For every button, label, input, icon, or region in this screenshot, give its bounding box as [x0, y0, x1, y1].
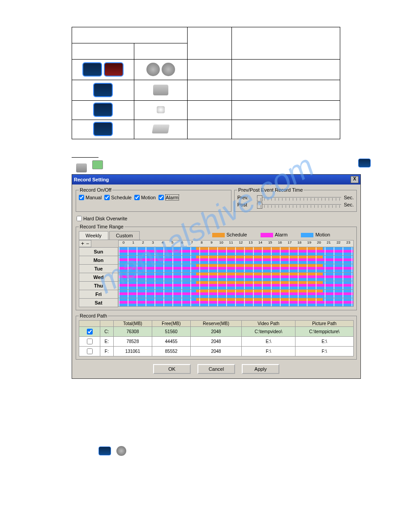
record-on-off-group: Record On/Off ManualScheduleMotionAlarm — [76, 187, 231, 212]
schedule-row-sat[interactable] — [118, 298, 354, 307]
record-motion-input[interactable] — [134, 195, 140, 200]
sec-label-2: Sec. — [344, 202, 354, 207]
sec-label-1: Sec. — [344, 195, 354, 200]
record-on-off-legend: Record On/Off — [79, 187, 112, 193]
schedule-row-fri[interactable] — [118, 290, 354, 298]
apply-button[interactable]: Apply — [242, 364, 279, 374]
post-slider[interactable] — [257, 202, 341, 208]
path-checkbox[interactable] — [87, 329, 93, 335]
record-manual-checkbox[interactable]: Manual — [79, 195, 102, 200]
range-legend: Record Time Range — [79, 224, 124, 229]
schedule-row-sun[interactable] — [118, 247, 354, 256]
snapshot-blue-icon — [93, 83, 113, 97]
picture-small-icon — [92, 160, 103, 169]
day-header-fri: Fri — [79, 290, 118, 299]
day-header-sat: Sat — [79, 299, 118, 307]
record-setting-window: Record Setting X Record On/Off ManualSch… — [72, 174, 361, 379]
schedule-row-tue[interactable] — [118, 264, 354, 273]
legend-swatch-alarm-icon — [261, 233, 273, 237]
record-path-legend: Record Path — [79, 313, 108, 318]
status-blue-icon — [93, 122, 113, 136]
ok-button[interactable]: OK — [153, 364, 191, 374]
hdd-overwrite-label: Hard Disk Overwrite — [83, 216, 127, 221]
window-title: Record Setting — [74, 177, 109, 182]
record-motion-checkbox[interactable]: Motion — [134, 195, 156, 200]
legend-alarm: Alarm — [261, 232, 288, 237]
hdd-overwrite-checkbox[interactable]: Hard Disk Overwrite — [77, 216, 127, 221]
schedule-row-wed[interactable] — [118, 273, 354, 281]
schedule-row-thu[interactable] — [118, 281, 354, 290]
tab-weekly[interactable]: Weekly — [79, 231, 108, 240]
record-path-table: Total(MB)Free(MB)Reserve(MB)Video PathPi… — [79, 320, 354, 356]
settings-small-icon — [358, 159, 371, 167]
record-schedule-checkbox[interactable]: Schedule — [104, 195, 132, 200]
day-header-wed: Wed — [79, 273, 118, 282]
day-header-tue: Tue — [79, 265, 118, 273]
titlebar: Record Setting X — [72, 175, 360, 184]
minus-icon: − — [86, 240, 89, 247]
close-button[interactable]: X — [351, 176, 359, 183]
day-header-sun: Sun — [79, 247, 118, 256]
video-small-blue-icon — [98, 446, 111, 455]
day-header-thu: Thu — [79, 282, 118, 290]
record-schedule-input[interactable] — [104, 195, 110, 200]
video-red-icon — [104, 62, 124, 77]
range-tabs: WeeklyCustom — [79, 231, 141, 240]
icon-table — [72, 27, 340, 139]
reel-small-icon — [116, 446, 126, 456]
reel-play-icon — [162, 63, 175, 76]
legend-motion: Motion — [301, 232, 330, 237]
chat-bubble-icon — [157, 106, 165, 113]
record-time-range: Record Time Range WeeklyCustom ScheduleA… — [76, 224, 357, 310]
schedule-row-mon[interactable] — [118, 256, 354, 264]
reel-icon — [146, 63, 160, 76]
prevpost-group: Prev/Post Event Record Time Prev. Sec. P… — [234, 187, 357, 212]
day-header-mon: Mon — [79, 256, 118, 265]
legend-schedule: Schedule — [212, 232, 247, 237]
legend-swatch-schedule-icon — [212, 233, 225, 237]
path-checkbox[interactable] — [87, 348, 93, 354]
tab-custom[interactable]: Custom — [109, 231, 140, 240]
legend-row: ScheduleAlarmMotion — [212, 232, 330, 237]
camera-icon — [153, 85, 168, 95]
plus-icon: + — [81, 240, 84, 247]
legend-swatch-motion-icon — [301, 233, 313, 237]
plus-minus-cell[interactable]: + − — [79, 240, 91, 247]
table-row[interactable]: F:131061855522048F:\F:\ — [79, 347, 354, 356]
prev-label: Prev. — [237, 195, 254, 200]
hdd-icon — [152, 124, 170, 133]
path-checkbox[interactable] — [87, 339, 93, 344]
camera-small-icon — [76, 163, 87, 172]
record-alarm-checkbox[interactable]: Alarm — [158, 194, 179, 201]
hour-header: 01234567891011121314151617181920212223 — [118, 240, 354, 247]
video-blue-icon — [82, 62, 102, 77]
cancel-button[interactable]: Cancel — [197, 364, 235, 374]
record-alarm-input[interactable] — [158, 195, 164, 200]
record-manual-input[interactable] — [79, 195, 84, 200]
prevpost-legend: Prev/Post Event Record Time — [237, 187, 304, 193]
post-label: Post — [237, 202, 254, 207]
record-path-group: Record Path Total(MB)Free(MB)Reserve(MB)… — [76, 313, 357, 360]
prev-slider[interactable] — [257, 194, 341, 201]
table-row[interactable]: C:76308515602048C:\tempvideo\C:\temppict… — [79, 327, 354, 337]
talk-blue-icon — [93, 103, 113, 117]
hdd-overwrite-input[interactable] — [77, 216, 82, 221]
table-row[interactable]: E:78528444552048E:\E:\ — [79, 337, 354, 347]
